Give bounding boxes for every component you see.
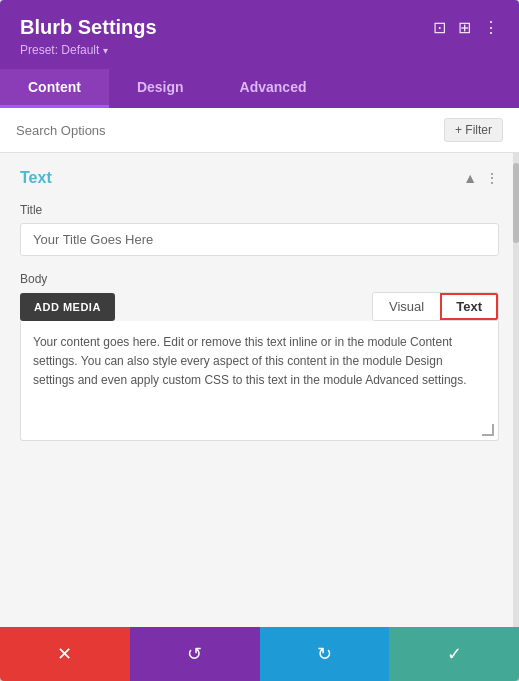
section-controls: ▲ ⋮ bbox=[463, 170, 499, 186]
cancel-button[interactable]: ✕ bbox=[0, 627, 130, 681]
section-header: Text ▲ ⋮ bbox=[20, 169, 499, 187]
collapse-icon[interactable]: ▲ bbox=[463, 170, 477, 186]
redo-icon: ↻ bbox=[317, 643, 332, 665]
title-input[interactable]: Your Title Goes Here bbox=[20, 223, 499, 256]
preset-chevron: ▾ bbox=[103, 45, 108, 56]
title-field: Title Your Title Goes Here bbox=[20, 203, 499, 256]
frame-icon[interactable]: ⊡ bbox=[433, 18, 446, 37]
tab-advanced[interactable]: Advanced bbox=[212, 69, 335, 108]
scrollbar-thumb[interactable] bbox=[513, 163, 519, 243]
redo-button[interactable]: ↻ bbox=[260, 627, 390, 681]
body-field: Body ADD MEDIA Visual Text Your content … bbox=[20, 272, 499, 441]
search-input[interactable] bbox=[16, 123, 444, 138]
editor-toolbar: ADD MEDIA Visual Text bbox=[20, 292, 499, 321]
preset-label: Preset: Default bbox=[20, 43, 99, 57]
panel-header: Blurb Settings ⊡ ⊞ ⋮ Preset: Default ▾ bbox=[0, 0, 519, 69]
save-icon: ✓ bbox=[447, 643, 462, 665]
preset-selector[interactable]: Preset: Default ▾ bbox=[20, 43, 499, 57]
editor-tab-text[interactable]: Text bbox=[440, 293, 498, 320]
more-icon[interactable]: ⋮ bbox=[483, 18, 499, 37]
panel-title: Blurb Settings bbox=[20, 16, 157, 39]
filter-button[interactable]: + Filter bbox=[444, 118, 503, 142]
undo-button[interactable]: ↺ bbox=[130, 627, 260, 681]
title-label: Title bbox=[20, 203, 499, 217]
scrollbar-track[interactable] bbox=[513, 153, 519, 627]
footer-actions: ✕ ↺ ↻ ✓ bbox=[0, 627, 519, 681]
blurb-settings-panel: Blurb Settings ⊡ ⊞ ⋮ Preset: Default ▾ C… bbox=[0, 0, 519, 681]
save-button[interactable]: ✓ bbox=[389, 627, 519, 681]
cancel-icon: ✕ bbox=[57, 643, 72, 665]
main-tabs: Content Design Advanced bbox=[0, 69, 519, 108]
editor-tab-bar: Visual Text bbox=[372, 292, 499, 321]
header-top: Blurb Settings ⊡ ⊞ ⋮ bbox=[20, 16, 499, 39]
add-media-button[interactable]: ADD MEDIA bbox=[20, 293, 115, 321]
columns-icon[interactable]: ⊞ bbox=[458, 18, 471, 37]
tab-design[interactable]: Design bbox=[109, 69, 212, 108]
section-more-icon[interactable]: ⋮ bbox=[485, 170, 499, 186]
body-label: Body bbox=[20, 272, 499, 286]
content-area: Text ▲ ⋮ Title Your Title Goes Here Body… bbox=[0, 153, 519, 627]
editor-tab-visual[interactable]: Visual bbox=[373, 293, 440, 320]
text-section: Text ▲ ⋮ Title Your Title Goes Here Body… bbox=[20, 169, 499, 441]
editor-content[interactable]: Your content goes here. Edit or remove t… bbox=[20, 321, 499, 441]
search-bar: + Filter bbox=[0, 108, 519, 153]
tab-content[interactable]: Content bbox=[0, 69, 109, 108]
section-title: Text bbox=[20, 169, 52, 187]
undo-icon: ↺ bbox=[187, 643, 202, 665]
header-icons: ⊡ ⊞ ⋮ bbox=[433, 18, 499, 37]
